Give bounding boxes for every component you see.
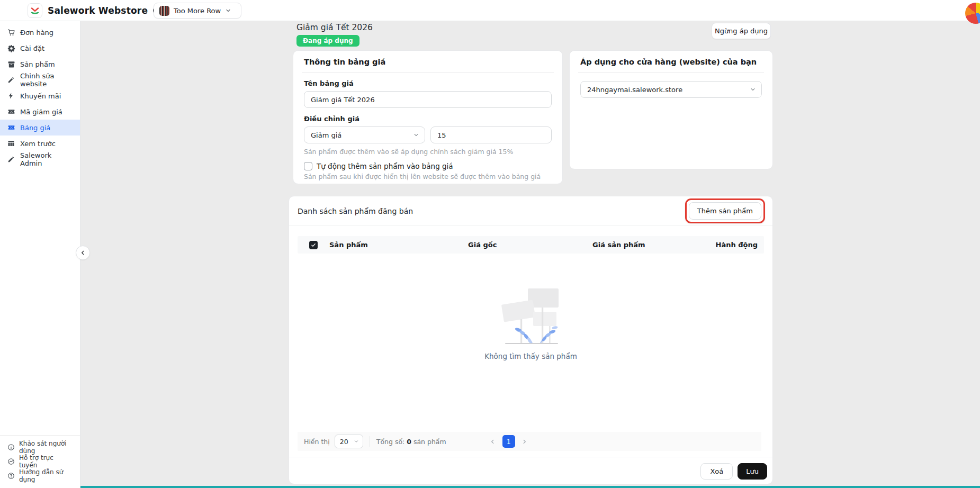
- pager-controls: 1: [487, 435, 531, 448]
- sidebar-collapse-button[interactable]: [76, 246, 90, 260]
- price-table-name-input[interactable]: [304, 91, 552, 108]
- name-field-label: Tên bảng giá: [304, 79, 552, 87]
- sidebar-item-cai-dat[interactable]: Cài đặt: [0, 40, 80, 56]
- box-icon: [7, 60, 15, 68]
- next-page-button[interactable]: [518, 435, 531, 448]
- sidebar-footer-label: Khảo sát người dùng: [19, 440, 73, 455]
- empty-state-text: Không tìm thấy sản phẩm: [484, 352, 577, 360]
- sidebar-footer-label: Hỗ trợ trực tuyến: [19, 454, 73, 469]
- sidebar-item-bang-gia[interactable]: Bảng giá: [0, 120, 80, 135]
- sidebar-item-huong-dan[interactable]: Hướng dẫn sử dụng: [0, 468, 80, 483]
- salework-logo-icon: [28, 3, 42, 18]
- gear-icon: [7, 44, 15, 52]
- app-title: Salework Webstore: [48, 5, 148, 16]
- products-table-header: Sản phẩm Giá gốc Giá sản phẩm Hành động: [298, 236, 764, 254]
- apply-card-title: Áp dụng cho cửa hàng (website) của bạn: [580, 58, 762, 66]
- divider: [370, 436, 370, 447]
- auto-add-checkbox-row[interactable]: Tự động thêm sản phẩm vào bảng giá: [304, 162, 552, 170]
- check-icon: [311, 242, 316, 248]
- cart-icon: [7, 29, 15, 37]
- sidebar-item-don-hang[interactable]: Đơn hàng: [0, 24, 80, 40]
- page-size-label: Hiển thị: [304, 438, 330, 446]
- auto-add-checkbox[interactable]: [304, 162, 312, 170]
- page-title: Giảm giá Tết 2026: [296, 23, 373, 32]
- select-all-checkbox[interactable]: [309, 241, 318, 249]
- chevron-down-icon: [225, 7, 231, 14]
- column-header-product: Sản phẩm: [329, 241, 468, 249]
- sidebar-footer: Khảo sát người dùng Hỗ trợ trực tuyến Hư…: [0, 435, 80, 486]
- lightning-icon: [7, 92, 15, 100]
- sidebar-item-ho-tro[interactable]: Hỗ trợ trực tuyến: [0, 454, 80, 468]
- pencil-icon: [7, 156, 15, 164]
- divider: [302, 72, 554, 73]
- question-icon: [7, 472, 15, 480]
- chevron-down-icon: [750, 86, 756, 93]
- store-selector-value: Too More Row: [174, 7, 221, 15]
- chevron-right-icon: [522, 439, 527, 445]
- sidebar-item-label: Khuyến mãi: [20, 92, 61, 100]
- sidebar-item-label: Salework Admin: [20, 151, 73, 167]
- prev-page-button[interactable]: [487, 435, 499, 448]
- pagination-bar: Hiển thị 20 Tổng số: 0 sản phẩm 1: [298, 432, 761, 451]
- store-avatar-icon: [159, 6, 169, 16]
- sidebar-item-salework-admin[interactable]: Salework Admin: [0, 151, 80, 167]
- page-size-value: 20: [340, 438, 348, 446]
- chevron-left-icon: [80, 250, 86, 256]
- adjust-field-label: Điều chỉnh giá: [304, 115, 552, 123]
- adjust-hint-text: Sản phẩm được thêm vào sẽ áp dụng chính …: [304, 148, 552, 156]
- adjust-type-select[interactable]: Giảm giá: [304, 126, 425, 143]
- voucher-icon: [7, 124, 15, 132]
- divider: [578, 72, 764, 73]
- sidebar-item-ma-giam-gia[interactable]: Mã giảm giá: [0, 104, 80, 120]
- page-size-select[interactable]: 20: [335, 435, 363, 448]
- sidebar-item-chinh-sua-website[interactable]: Chỉnh sửa website: [0, 72, 80, 88]
- sidebar-footer-label: Hướng dẫn sử dụng: [19, 468, 73, 483]
- sidebar-nav: Đơn hàng Cài đặt Sản phẩm Chỉnh sửa webs…: [0, 21, 80, 167]
- sidebar-item-label: Xem trước: [20, 140, 56, 148]
- adjust-type-value: Giảm giá: [311, 131, 341, 139]
- apply-store-card: Áp dụng cho cửa hàng (website) của bạn 2…: [569, 50, 773, 169]
- sidebar-item-label: Sản phẩm: [20, 60, 55, 68]
- total-count-value: 0: [407, 438, 411, 446]
- column-header-original-price: Giá gốc: [468, 241, 592, 249]
- user-avatar[interactable]: [965, 3, 980, 24]
- adjust-value-input[interactable]: [430, 126, 552, 143]
- sidebar-item-khao-sat[interactable]: Khảo sát người dùng: [0, 440, 80, 454]
- chevron-down-icon: [413, 132, 419, 138]
- total-count-text: Tổng số: 0 sản phẩm: [376, 438, 446, 446]
- sidebar-item-khuyen-mai[interactable]: Khuyến mãi: [0, 88, 80, 104]
- tutorial-highlight-box: Thêm sản phẩm: [685, 198, 765, 223]
- sidebar-item-xem-truoc[interactable]: Xem trước: [0, 135, 80, 151]
- products-card-header: Danh sách sản phẩm đăng bán Thêm sản phẩ…: [289, 196, 772, 226]
- products-list-card: Danh sách sản phẩm đăng bán Thêm sản phẩ…: [289, 196, 773, 484]
- add-product-button[interactable]: Thêm sản phẩm: [689, 202, 761, 220]
- delete-button[interactable]: Xoá: [700, 463, 733, 480]
- top-header: Salework Webstore BETA-0.1.0 Too More Ro…: [0, 0, 980, 21]
- sidebar-item-san-pham[interactable]: Sản phẩm: [0, 56, 80, 72]
- column-header-product-price: Giá sản phẩm: [592, 241, 709, 249]
- sidebar-item-label: Đơn hàng: [20, 29, 53, 37]
- column-header-action: Hành động: [709, 241, 764, 249]
- store-selector[interactable]: Too More Row: [154, 3, 241, 19]
- stop-apply-button[interactable]: Ngừng áp dụng: [712, 23, 771, 39]
- auto-add-hint-text: Sản phẩm sau khi được hiển thị lên websi…: [304, 173, 552, 180]
- page-number-button[interactable]: 1: [502, 435, 515, 448]
- status-badge: Đang áp dụng: [296, 35, 359, 47]
- adjust-row: Giảm giá: [304, 126, 552, 143]
- products-card-title: Danh sách sản phẩm đăng bán: [298, 207, 413, 215]
- app-window: Salework Webstore BETA-0.1.0 Too More Ro…: [0, 0, 980, 488]
- sidebar-item-label: Mã giảm giá: [20, 108, 62, 116]
- info-icon: [7, 444, 15, 451]
- info-card-title: Thông tin bảng giá: [304, 58, 552, 66]
- store-website-select[interactable]: 24hngaymai.salework.store: [580, 81, 762, 98]
- save-button[interactable]: Lưu: [738, 463, 767, 480]
- chevron-left-icon: [490, 439, 496, 445]
- sidebar: Đơn hàng Cài đặt Sản phẩm Chỉnh sửa webs…: [0, 21, 80, 488]
- chevron-down-icon: [354, 439, 359, 444]
- auto-add-label: Tự động thêm sản phẩm vào bảng giá: [317, 162, 453, 170]
- card-footer-actions: Xoá Lưu: [289, 457, 772, 485]
- price-table-info-card: Thông tin bảng giá Tên bảng giá Điều chỉ…: [293, 50, 563, 184]
- sidebar-item-label: Cài đặt: [20, 44, 44, 52]
- columns-icon: [7, 140, 15, 148]
- voucher-icon: [7, 108, 15, 116]
